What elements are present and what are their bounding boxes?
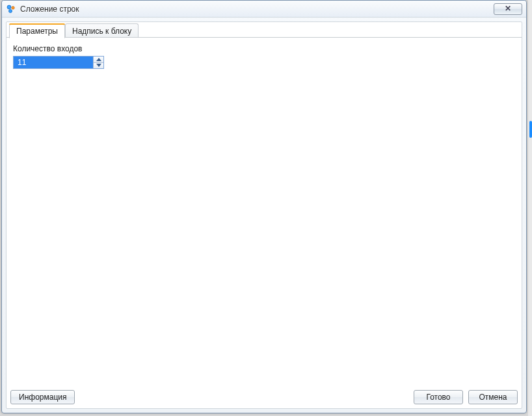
client-area: Параметры Надпись к блоку Количество вхо… bbox=[6, 21, 522, 409]
tab-label: Надпись к блоку bbox=[72, 27, 131, 36]
titlebar[interactable]: Сложение строк ✕ bbox=[2, 1, 526, 18]
spinner-down-button[interactable] bbox=[94, 62, 103, 69]
tab-label: Параметры bbox=[16, 27, 58, 36]
ok-button[interactable]: Готово bbox=[414, 390, 463, 404]
close-button[interactable]: ✕ bbox=[494, 3, 522, 15]
close-icon: ✕ bbox=[505, 4, 511, 13]
svg-point-2 bbox=[9, 9, 12, 12]
inputs-count-spinner[interactable]: 11 bbox=[13, 56, 104, 69]
button-label: Готово bbox=[426, 393, 450, 402]
spinner-up-button[interactable] bbox=[94, 57, 103, 62]
cancel-button[interactable]: Отмена bbox=[468, 390, 518, 404]
tab-content-parameters: Количество входов 11 bbox=[7, 38, 522, 386]
inputs-count-value[interactable]: 11 bbox=[14, 57, 93, 68]
button-label: Отмена bbox=[479, 393, 507, 402]
chevron-down-icon bbox=[96, 64, 101, 67]
app-icon bbox=[6, 4, 16, 14]
tab-parameters[interactable]: Параметры bbox=[9, 24, 65, 38]
background-strip bbox=[528, 0, 532, 416]
spinner-buttons bbox=[93, 57, 103, 68]
svg-point-1 bbox=[12, 6, 14, 8]
button-label: Информация bbox=[19, 393, 66, 402]
chevron-up-icon bbox=[96, 58, 101, 61]
info-button[interactable]: Информация bbox=[10, 390, 75, 404]
dialog-window: Сложение строк ✕ Параметры Надпись к бло… bbox=[1, 0, 527, 413]
svg-point-0 bbox=[7, 5, 11, 9]
tab-caption[interactable]: Надпись к блоку bbox=[65, 23, 139, 38]
dialog-footer: Информация Готово Отмена bbox=[7, 386, 522, 408]
inputs-count-label: Количество входов bbox=[13, 44, 515, 53]
tabstrip: Параметры Надпись к блоку bbox=[7, 22, 522, 38]
window-title: Сложение строк bbox=[20, 5, 494, 14]
